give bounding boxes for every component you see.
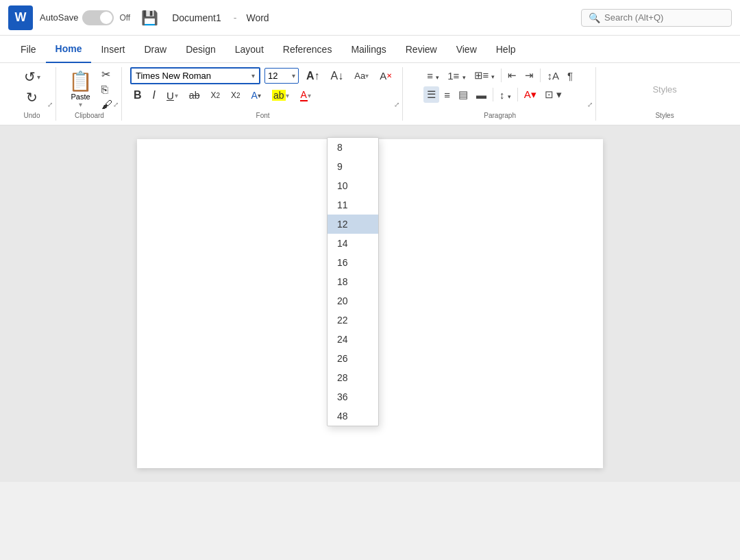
font-size-option-20[interactable]: 20: [328, 291, 378, 311]
font-expand-icon[interactable]: ⤢: [394, 101, 399, 108]
search-input[interactable]: [604, 12, 719, 23]
font-size-value: 12: [268, 71, 278, 81]
undo-group: ↺ ▾ ↻ Undo ⤢: [8, 67, 56, 121]
font-grow-button[interactable]: A↑: [303, 68, 323, 84]
font-color-button[interactable]: A▾: [297, 87, 314, 104]
subscript-button[interactable]: X2: [207, 88, 223, 102]
numbering-button[interactable]: 1≡ ▾: [444, 68, 469, 84]
font-size-option-26[interactable]: 26: [328, 349, 378, 368]
sort-button[interactable]: ↕A: [543, 68, 563, 84]
font-row2: B I U ▾ ab X2 X2 A▾ ab▾ A▾: [130, 87, 314, 104]
line-spacing-button[interactable]: ↕ ▾: [496, 87, 515, 103]
font-size-option-11[interactable]: 11: [328, 195, 378, 215]
ribbon-toolbar: ↺ ▾ ↻ Undo ⤢ 📋 Paste ▾ ✂ ⎘ 🖌 Clipboard ⤢: [0, 63, 740, 125]
font-size-option-28[interactable]: 28: [328, 368, 378, 387]
font-name-chevron: ▾: [251, 72, 255, 80]
align-center-button[interactable]: ≡: [441, 87, 454, 103]
titlebar: W AutoSave Off 💾 Document1 - Word 🔍: [0, 0, 740, 36]
search-bar[interactable]: 🔍: [581, 9, 732, 27]
paragraph-group: ≡ ▾ 1≡ ▾ ⊞≡ ▾ ⇤ ⇥ ↕A ¶ ☰ ≡ ▤ ▬ ↕ ▾ A▾ ⊡ …: [404, 67, 596, 121]
divider4: [517, 88, 518, 101]
nav-help[interactable]: Help: [486, 36, 526, 63]
paste-dropdown-arrow[interactable]: ▾: [79, 101, 82, 108]
font-size-option-18[interactable]: 18: [328, 272, 378, 291]
app-name: Word: [246, 12, 269, 23]
underline-button[interactable]: U ▾: [163, 88, 182, 104]
align-left-button[interactable]: ☰: [423, 86, 439, 103]
increase-indent-button[interactable]: ⇥: [521, 67, 537, 84]
show-hide-button[interactable]: ¶: [564, 68, 576, 84]
clipboard-icons: ✂ ⎘ 🖌: [99, 67, 114, 112]
font-size-option-48[interactable]: 48: [328, 406, 378, 426]
justify-button[interactable]: ▬: [473, 87, 490, 103]
font-size-dropdown[interactable]: 12 ▾: [264, 68, 299, 84]
shading-button[interactable]: A▾: [521, 86, 540, 103]
font-size-option-22[interactable]: 22: [328, 311, 378, 330]
text-highlight-button[interactable]: ab▾: [269, 88, 293, 103]
clipboard-group: 📋 Paste ▾ ✂ ⎘ 🖌 Clipboard ⤢: [58, 67, 122, 121]
font-size-option-10[interactable]: 10: [328, 176, 378, 195]
change-case-button[interactable]: Aa ▾: [351, 69, 372, 83]
nav-file[interactable]: File: [11, 36, 46, 63]
paste-label: Paste: [71, 93, 90, 101]
font-size-option-12[interactable]: 12: [328, 215, 378, 234]
undo-button[interactable]: ↺ ▾: [21, 67, 43, 86]
paste-icon: 📋: [69, 70, 92, 93]
doc-title: Document1: [172, 12, 221, 23]
divider2: [540, 69, 541, 82]
cut-icon[interactable]: ✂: [99, 67, 114, 82]
text-effect-button[interactable]: A▾: [248, 88, 264, 103]
word-logo: W: [8, 5, 33, 30]
styles-group: Styles Styles: [597, 67, 732, 121]
paragraph-expand-icon[interactable]: ⤢: [587, 101, 593, 108]
divider1: [501, 69, 502, 82]
nav-references[interactable]: References: [273, 36, 342, 63]
save-icon[interactable]: 💾: [141, 10, 158, 26]
nav-layout[interactable]: Layout: [225, 36, 273, 63]
superscript-button[interactable]: X2: [227, 88, 244, 102]
redo-button[interactable]: ↻: [23, 88, 40, 107]
toggle-knob: [100, 12, 112, 24]
nav-view[interactable]: View: [447, 36, 486, 63]
bold-button[interactable]: B: [130, 87, 145, 104]
ribbon-nav: File Home Insert Draw Design Layout Refe…: [0, 36, 740, 63]
font-size-option-36[interactable]: 36: [328, 387, 378, 406]
autosave-toggle[interactable]: [82, 10, 114, 25]
undo-expand-icon[interactable]: ⤢: [47, 101, 53, 108]
underline-dropdown-arrow: ▾: [175, 92, 178, 99]
clipboard-expand-icon[interactable]: ⤢: [113, 101, 119, 108]
autosave-label: AutoSave: [40, 12, 78, 23]
nav-design[interactable]: Design: [176, 36, 225, 63]
copy-icon[interactable]: ⎘: [99, 83, 114, 97]
divider3: [493, 88, 493, 101]
font-size-option-14[interactable]: 14: [328, 234, 378, 253]
clipboard-label: Clipboard: [75, 112, 104, 121]
autosave-area: AutoSave Off: [40, 10, 130, 25]
strikethrough-button[interactable]: ab: [186, 88, 204, 103]
font-size-option-8[interactable]: 8: [328, 138, 378, 157]
undo-dropdown-arrow[interactable]: ▾: [37, 73, 40, 81]
font-size-option-9[interactable]: 9: [328, 157, 378, 176]
align-right-button[interactable]: ▤: [455, 86, 471, 103]
clear-formatting-button[interactable]: A✕: [376, 68, 395, 84]
format-painter-icon[interactable]: 🖌: [99, 98, 114, 112]
nav-draw[interactable]: Draw: [134, 36, 176, 63]
styles-placeholder: Styles: [652, 84, 676, 95]
font-size-option-16[interactable]: 16: [328, 253, 378, 272]
border-button[interactable]: ⊡ ▾: [541, 86, 565, 103]
nav-mailings[interactable]: Mailings: [341, 36, 395, 63]
font-row1: Times New Roman ▾ 12 ▾ A↑ A↓ Aa ▾ A✕: [130, 67, 395, 84]
paste-button[interactable]: 📋 Paste ▾: [64, 67, 97, 111]
font-shrink-button[interactable]: A↓: [328, 68, 347, 84]
nav-home[interactable]: Home: [46, 36, 92, 63]
bullets-button[interactable]: ≡ ▾: [423, 68, 443, 84]
title-separator: -: [234, 12, 237, 23]
font-size-chevron: ▾: [292, 72, 295, 80]
multilevel-button[interactable]: ⊞≡ ▾: [471, 67, 499, 84]
nav-insert[interactable]: Insert: [91, 36, 134, 63]
italic-button[interactable]: I: [149, 87, 159, 104]
decrease-indent-button[interactable]: ⇤: [504, 67, 520, 84]
font-size-option-24[interactable]: 24: [328, 330, 378, 349]
nav-review[interactable]: Review: [396, 36, 447, 63]
font-name-dropdown[interactable]: Times New Roman ▾: [130, 67, 260, 84]
